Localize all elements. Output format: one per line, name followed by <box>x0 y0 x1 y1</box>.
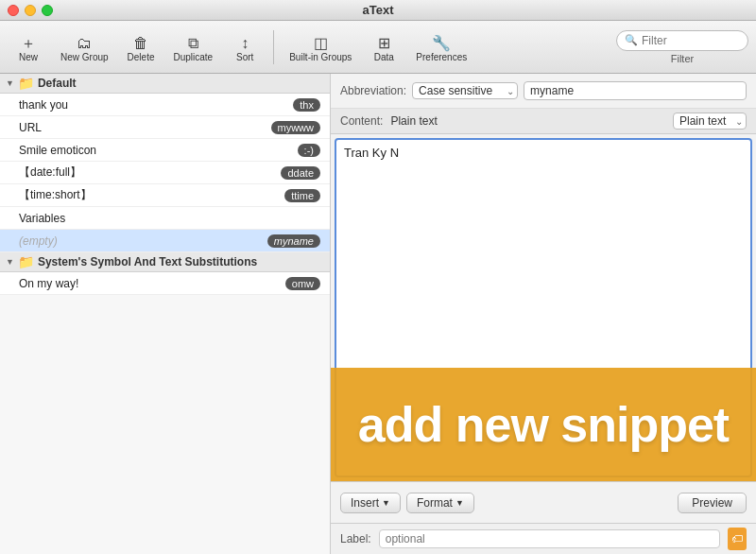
preview-label: Preview <box>692 496 732 510</box>
item-label: On my way! <box>19 277 285 290</box>
builtin-groups-label: Built-in Groups <box>289 53 352 62</box>
format-label: Format <box>417 496 453 510</box>
new-button[interactable]: New <box>8 26 49 69</box>
sidebar-item-empty[interactable]: (empty) myname <box>0 230 330 252</box>
item-label: URL <box>19 121 271 134</box>
badge: thx <box>293 98 320 112</box>
sort-label: Sort <box>236 53 253 62</box>
filter-search-box[interactable]: 🔍 <box>616 30 748 51</box>
bottom-bar: Insert ▼ Format ▼ Preview <box>331 481 756 523</box>
folder-icon: 📁 <box>18 254 34 269</box>
content-type: Plain text <box>390 114 437 128</box>
case-sensitive-select[interactable]: Case sensitive Case insensitive <box>412 82 518 99</box>
preview-button[interactable]: Preview <box>678 493 747 513</box>
duplicate-icon <box>188 32 198 51</box>
sidebar-item-timeshort[interactable]: 【time:short】 ttime <box>0 184 330 207</box>
group-icon <box>77 32 92 51</box>
overlay-banner-text: add new snippet <box>358 396 729 453</box>
sidebar: ▼ 📁 Default thank you thx URL mywww Smil… <box>0 74 331 554</box>
sidebar-item-thankyou[interactable]: thank you thx <box>0 94 330 116</box>
builtin-icon <box>314 32 328 51</box>
item-label: 【date:full】 <box>19 164 281 181</box>
delete-label: Delete <box>128 53 155 62</box>
maximize-button[interactable] <box>42 5 53 16</box>
label-label: Label: <box>340 532 371 545</box>
content-type-select-wrap[interactable]: Plain text Rich text <box>673 113 747 130</box>
data-label: Data <box>374 53 394 62</box>
badge: omw <box>285 277 320 290</box>
label-color-icon[interactable]: 🏷 <box>728 528 747 550</box>
sort-icon <box>241 32 249 51</box>
case-sensitive-select-wrap[interactable]: Case sensitive Case insensitive <box>412 82 518 99</box>
sidebar-item-onmyway[interactable]: On my way! omw <box>0 272 330 295</box>
sidebar-item-smile[interactable]: Smile emoticon :-) <box>0 139 330 162</box>
label-row: Label: 🏷 <box>331 523 756 554</box>
delete-button[interactable]: Delete <box>120 26 163 69</box>
abbreviation-row: Abbreviation: Case sensitive Case insens… <box>331 74 756 109</box>
builtin-groups-button[interactable]: Built-in Groups <box>282 26 359 69</box>
sidebar-item-variables[interactable]: Variables <box>0 207 330 230</box>
item-label: thank you <box>19 98 293 112</box>
data-button[interactable]: Data <box>363 26 404 69</box>
badge: :-) <box>298 144 320 157</box>
insert-label: Insert <box>351 496 379 510</box>
badge: ddate <box>281 166 320 180</box>
data-icon <box>378 32 390 51</box>
sidebar-group-system[interactable]: ▼ 📁 System's Symbol And Text Substitutio… <box>0 252 330 272</box>
search-input[interactable] <box>642 34 736 47</box>
badge: ttime <box>284 189 320 202</box>
new-group-label: New Group <box>60 53 109 62</box>
preferences-label: Preferences <box>416 53 467 62</box>
content-type-select[interactable]: Plain text Rich text <box>673 113 747 130</box>
insert-caret-icon: ▼ <box>382 498 390 508</box>
badge: mywww <box>271 121 321 134</box>
sidebar-filler <box>0 295 330 484</box>
sort-button[interactable]: Sort <box>224 26 266 69</box>
delete-icon <box>133 32 148 51</box>
toolbar-right: 🔍 Filter <box>616 30 748 64</box>
format-caret-icon: ▼ <box>455 498 464 508</box>
item-label: 【time:short】 <box>19 187 284 203</box>
folder-icon: 📁 <box>18 76 34 91</box>
duplicate-button[interactable]: Duplicate <box>165 26 220 69</box>
right-panel: Abbreviation: Case sensitive Case insens… <box>331 74 756 554</box>
sidebar-item-url[interactable]: URL mywww <box>0 116 330 139</box>
new-label: New <box>19 53 38 62</box>
new-group-button[interactable]: New Group <box>53 26 116 69</box>
item-label: Smile emoticon <box>19 144 298 157</box>
duplicate-label: Duplicate <box>173 53 213 62</box>
window-controls <box>8 5 53 16</box>
toolbar-separator-1 <box>273 30 274 64</box>
new-icon <box>21 32 36 51</box>
sidebar-item-datefull[interactable]: 【date:full】 ddate <box>0 162 330 184</box>
label-input[interactable] <box>379 529 720 548</box>
sidebar-group-default-label: Default <box>38 77 77 90</box>
format-button[interactable]: Format ▼ <box>406 493 474 513</box>
window-title: aText <box>363 3 394 17</box>
main-layout: ▼ 📁 Default thank you thx URL mywww Smil… <box>0 74 756 554</box>
badge: myname <box>267 234 320 248</box>
triangle-icon: ▼ <box>6 78 14 88</box>
content-header: Content: Plain text Plain text Rich text <box>331 109 756 134</box>
label-tag-icon: 🏷 <box>731 532 743 545</box>
toolbar: New New Group Delete Duplicate Sort Buil… <box>0 21 756 74</box>
preferences-button[interactable]: Preferences <box>408 26 474 69</box>
content-area: Content: Plain text Plain text Rich text… <box>331 109 756 481</box>
overlay-banner: add new snippet <box>331 368 756 481</box>
abbreviation-input[interactable] <box>524 81 747 100</box>
search-icon: 🔍 <box>625 34 638 46</box>
content-label: Content: <box>340 114 383 128</box>
abbreviation-label: Abbreviation: <box>340 84 406 97</box>
sidebar-group-system-label: System's Symbol And Text Substitutions <box>38 255 257 268</box>
sidebar-group-default[interactable]: ▼ 📁 Default <box>0 74 330 94</box>
item-label: Variables <box>19 212 320 225</box>
prefs-icon <box>432 32 451 51</box>
filter-label: Filter <box>671 53 694 64</box>
insert-button[interactable]: Insert ▼ <box>340 493 401 513</box>
titlebar: aText <box>0 0 756 21</box>
minimize-button[interactable] <box>25 5 36 16</box>
triangle-icon: ▼ <box>6 257 14 267</box>
close-button[interactable] <box>8 5 19 16</box>
item-label: (empty) <box>19 234 267 248</box>
